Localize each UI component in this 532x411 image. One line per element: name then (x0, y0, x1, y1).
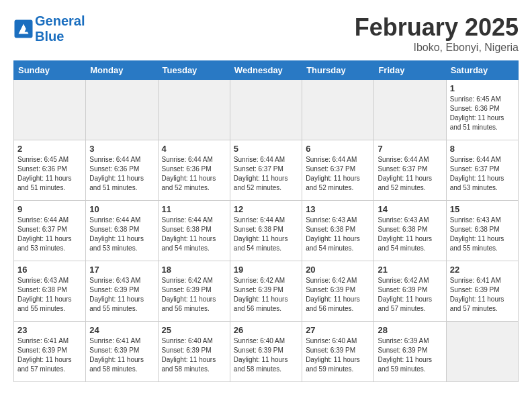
day-number: 7 (378, 144, 442, 154)
weekday-header: Wednesday (230, 61, 302, 80)
day-number: 20 (306, 265, 370, 275)
calendar-cell: 20Sunrise: 6:42 AM Sunset: 6:39 PM Dayli… (302, 261, 374, 322)
weekday-header: Tuesday (158, 61, 230, 80)
day-number: 9 (17, 204, 82, 214)
day-number: 2 (17, 144, 82, 154)
calendar-cell: 2Sunrise: 6:45 AM Sunset: 6:36 PM Daylig… (14, 140, 86, 201)
calendar-cell: 4Sunrise: 6:44 AM Sunset: 6:36 PM Daylig… (158, 140, 230, 201)
day-info: Sunrise: 6:43 AM Sunset: 6:39 PM Dayligh… (89, 276, 154, 314)
day-info: Sunrise: 6:44 AM Sunset: 6:36 PM Dayligh… (162, 155, 226, 193)
weekday-header: Monday (86, 61, 158, 80)
day-info: Sunrise: 6:40 AM Sunset: 6:39 PM Dayligh… (162, 336, 226, 374)
day-number: 21 (378, 265, 442, 275)
day-info: Sunrise: 6:44 AM Sunset: 6:38 PM Dayligh… (234, 216, 298, 253)
day-number: 3 (89, 144, 154, 154)
calendar-cell: 15Sunrise: 6:43 AM Sunset: 6:38 PM Dayli… (446, 201, 518, 261)
calendar-week-row: 23Sunrise: 6:41 AM Sunset: 6:39 PM Dayli… (14, 322, 519, 382)
day-info: Sunrise: 6:44 AM Sunset: 6:37 PM Dayligh… (234, 155, 298, 193)
calendar-cell: 3Sunrise: 6:44 AM Sunset: 6:36 PM Daylig… (86, 140, 158, 201)
title-block: February 2025 Iboko, Ebonyi, Nigeria (355, 13, 519, 54)
calendar-cell: 26Sunrise: 6:40 AM Sunset: 6:39 PM Dayli… (230, 322, 302, 382)
calendar-cell: 9Sunrise: 6:44 AM Sunset: 6:37 PM Daylig… (14, 201, 86, 261)
day-info: Sunrise: 6:44 AM Sunset: 6:37 PM Dayligh… (378, 155, 442, 193)
calendar-cell: 1Sunrise: 6:45 AM Sunset: 6:36 PM Daylig… (446, 80, 518, 140)
calendar-cell: 21Sunrise: 6:42 AM Sunset: 6:39 PM Dayli… (374, 261, 446, 322)
calendar-cell: 10Sunrise: 6:44 AM Sunset: 6:38 PM Dayli… (86, 201, 158, 261)
page-header: General Blue February 2025 Iboko, Ebonyi… (13, 13, 519, 54)
calendar-cell: 17Sunrise: 6:43 AM Sunset: 6:39 PM Dayli… (86, 261, 158, 322)
calendar-cell (86, 80, 158, 140)
day-number: 11 (162, 204, 226, 214)
calendar-week-row: 16Sunrise: 6:43 AM Sunset: 6:38 PM Dayli… (14, 261, 519, 322)
day-info: Sunrise: 6:41 AM Sunset: 6:39 PM Dayligh… (89, 336, 154, 374)
calendar-cell: 16Sunrise: 6:43 AM Sunset: 6:38 PM Dayli… (14, 261, 86, 322)
day-number: 16 (17, 265, 82, 275)
day-number: 13 (306, 204, 370, 214)
calendar-cell (302, 80, 374, 140)
day-info: Sunrise: 6:42 AM Sunset: 6:39 PM Dayligh… (162, 276, 226, 314)
calendar-cell (14, 80, 86, 140)
day-info: Sunrise: 6:45 AM Sunset: 6:36 PM Dayligh… (17, 155, 82, 193)
calendar-cell: 14Sunrise: 6:43 AM Sunset: 6:38 PM Dayli… (374, 201, 446, 261)
day-number: 6 (306, 144, 370, 154)
logo: General Blue (13, 13, 85, 44)
day-info: Sunrise: 6:40 AM Sunset: 6:39 PM Dayligh… (234, 336, 298, 374)
calendar-title: February 2025 (355, 13, 519, 42)
weekday-header: Saturday (446, 61, 518, 80)
calendar-header-row: SundayMondayTuesdayWednesdayThursdayFrid… (14, 61, 519, 80)
day-number: 17 (89, 265, 154, 275)
day-info: Sunrise: 6:42 AM Sunset: 6:39 PM Dayligh… (234, 276, 298, 314)
weekday-header: Thursday (302, 61, 374, 80)
day-info: Sunrise: 6:42 AM Sunset: 6:39 PM Dayligh… (378, 276, 442, 314)
day-info: Sunrise: 6:43 AM Sunset: 6:38 PM Dayligh… (17, 276, 82, 314)
day-number: 25 (162, 325, 226, 335)
calendar-cell: 11Sunrise: 6:44 AM Sunset: 6:38 PM Dayli… (158, 201, 230, 261)
day-number: 22 (450, 265, 515, 275)
calendar-cell (230, 80, 302, 140)
day-info: Sunrise: 6:42 AM Sunset: 6:39 PM Dayligh… (306, 276, 370, 314)
calendar-cell: 28Sunrise: 6:39 AM Sunset: 6:39 PM Dayli… (374, 322, 446, 382)
weekday-header: Sunday (14, 61, 86, 80)
day-number: 26 (234, 325, 298, 335)
day-number: 27 (306, 325, 370, 335)
day-number: 5 (234, 144, 298, 154)
calendar-cell (158, 80, 230, 140)
calendar-subtitle: Iboko, Ebonyi, Nigeria (355, 42, 519, 54)
calendar-cell: 23Sunrise: 6:41 AM Sunset: 6:39 PM Dayli… (14, 322, 86, 382)
calendar-cell: 22Sunrise: 6:41 AM Sunset: 6:39 PM Dayli… (446, 261, 518, 322)
calendar-week-row: 2Sunrise: 6:45 AM Sunset: 6:36 PM Daylig… (14, 140, 519, 201)
calendar-cell: 12Sunrise: 6:44 AM Sunset: 6:38 PM Dayli… (230, 201, 302, 261)
day-info: Sunrise: 6:40 AM Sunset: 6:39 PM Dayligh… (306, 336, 370, 374)
weekday-header: Friday (374, 61, 446, 80)
day-number: 10 (89, 204, 154, 214)
day-info: Sunrise: 6:44 AM Sunset: 6:38 PM Dayligh… (162, 216, 226, 253)
day-number: 1 (450, 83, 515, 93)
calendar-cell: 7Sunrise: 6:44 AM Sunset: 6:37 PM Daylig… (374, 140, 446, 201)
day-number: 28 (378, 325, 442, 335)
logo-text: General Blue (35, 13, 85, 44)
day-info: Sunrise: 6:43 AM Sunset: 6:38 PM Dayligh… (450, 216, 515, 253)
day-number: 15 (450, 204, 515, 214)
day-number: 18 (162, 265, 226, 275)
day-number: 24 (89, 325, 154, 335)
day-number: 23 (17, 325, 82, 335)
day-info: Sunrise: 6:43 AM Sunset: 6:38 PM Dayligh… (306, 216, 370, 253)
calendar-body: 1Sunrise: 6:45 AM Sunset: 6:36 PM Daylig… (14, 80, 519, 382)
day-info: Sunrise: 6:44 AM Sunset: 6:36 PM Dayligh… (89, 155, 154, 193)
day-info: Sunrise: 6:44 AM Sunset: 6:37 PM Dayligh… (17, 216, 82, 253)
day-info: Sunrise: 6:44 AM Sunset: 6:37 PM Dayligh… (306, 155, 370, 193)
day-number: 14 (378, 204, 442, 214)
day-number: 4 (162, 144, 226, 154)
day-number: 12 (234, 204, 298, 214)
calendar-week-row: 9Sunrise: 6:44 AM Sunset: 6:37 PM Daylig… (14, 201, 519, 261)
day-info: Sunrise: 6:41 AM Sunset: 6:39 PM Dayligh… (17, 336, 82, 374)
day-info: Sunrise: 6:39 AM Sunset: 6:39 PM Dayligh… (378, 336, 442, 374)
day-number: 8 (450, 144, 515, 154)
calendar-table: SundayMondayTuesdayWednesdayThursdayFrid… (13, 60, 519, 382)
day-info: Sunrise: 6:44 AM Sunset: 6:37 PM Dayligh… (450, 155, 515, 193)
calendar-cell: 13Sunrise: 6:43 AM Sunset: 6:38 PM Dayli… (302, 201, 374, 261)
calendar-cell: 8Sunrise: 6:44 AM Sunset: 6:37 PM Daylig… (446, 140, 518, 201)
calendar-cell (446, 322, 518, 382)
calendar-week-row: 1Sunrise: 6:45 AM Sunset: 6:36 PM Daylig… (14, 80, 519, 140)
calendar-cell: 25Sunrise: 6:40 AM Sunset: 6:39 PM Dayli… (158, 322, 230, 382)
